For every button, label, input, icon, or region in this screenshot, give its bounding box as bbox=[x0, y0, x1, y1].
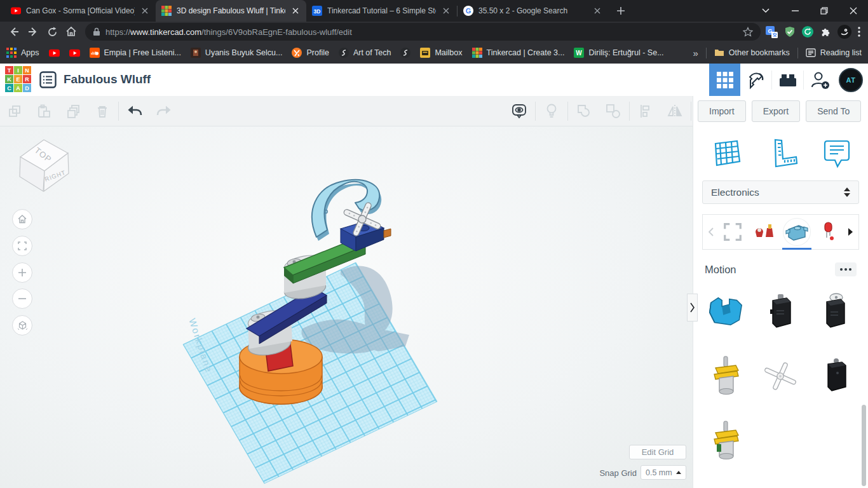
fit-view-button[interactable] bbox=[12, 236, 32, 256]
duplicate-button[interactable] bbox=[58, 96, 88, 126]
tab-close-icon[interactable] bbox=[441, 6, 451, 16]
brick-export-button[interactable] bbox=[772, 64, 803, 96]
tab-youtube[interactable]: Can Gox - Sorma [Official Video] bbox=[5, 0, 156, 22]
bookmark-uyanis[interactable]: Uyanis Buyuk Selcu... bbox=[191, 48, 283, 58]
bookmark-dirilis[interactable]: W Diriliş: Ertuğrul - Se... bbox=[574, 48, 663, 58]
maximize-button[interactable] bbox=[810, 0, 839, 22]
chrome-menu-icon[interactable] bbox=[858, 27, 860, 37]
home-button[interactable] bbox=[62, 23, 80, 41]
tab-close-icon[interactable] bbox=[140, 6, 150, 16]
viewport[interactable]: Workplane bbox=[0, 126, 693, 488]
category-components[interactable] bbox=[749, 214, 780, 250]
puzzle-extensions-icon[interactable] bbox=[820, 26, 831, 37]
tab-tutorial[interactable]: 3D Tinkercad Tutorial – 6 Simple Ste bbox=[306, 0, 457, 22]
part-micro-servo-horn[interactable] bbox=[813, 284, 858, 339]
bookmark-mailbox[interactable]: Mailbox bbox=[420, 48, 462, 58]
import-button[interactable]: Import bbox=[698, 100, 746, 122]
delete-button[interactable] bbox=[88, 96, 117, 126]
align-button[interactable] bbox=[631, 96, 660, 126]
show-all-button[interactable] bbox=[537, 96, 566, 126]
zoom-in-button[interactable] bbox=[12, 262, 32, 283]
bookmark-youtube-icon[interactable] bbox=[49, 48, 60, 58]
send-to-button[interactable]: Send To bbox=[806, 100, 861, 122]
panel-collapse-handle[interactable] bbox=[687, 294, 698, 322]
back-button[interactable] bbox=[5, 23, 23, 41]
url-text: https://www.tinkercad.com/things/6V9obRa… bbox=[105, 27, 738, 37]
part-gear-motor-2[interactable] bbox=[703, 414, 749, 468]
user-avatar[interactable]: AT bbox=[839, 68, 863, 92]
category-led[interactable] bbox=[813, 214, 844, 250]
bookmark-artoftech[interactable]: Art of Tech bbox=[339, 48, 391, 58]
view-cube[interactable]: TOP RIGHT bbox=[9, 132, 79, 195]
profile-avatar-icon[interactable] bbox=[837, 25, 851, 39]
tab-search-icon[interactable] bbox=[751, 0, 780, 22]
refresh-extension-icon[interactable] bbox=[802, 26, 813, 37]
tab-tinkercad-design[interactable]: 3D design Fabulous Wluff | Tinke bbox=[156, 0, 306, 22]
tab-close-icon[interactable] bbox=[290, 6, 301, 16]
divider bbox=[535, 102, 536, 121]
minimize-button[interactable] bbox=[780, 0, 810, 22]
bookmark-apps[interactable]: Apps bbox=[6, 48, 39, 58]
bookmark-profile[interactable]: Profile bbox=[292, 48, 329, 58]
export-button[interactable]: Export bbox=[752, 100, 800, 122]
new-tab-button[interactable] bbox=[612, 2, 630, 20]
part-servo-horn-cross[interactable] bbox=[757, 349, 803, 403]
paste-button[interactable] bbox=[29, 96, 58, 126]
bookmark-tinkercad[interactable]: Tinkercad | Create 3... bbox=[472, 48, 565, 58]
adguard-extension-icon[interactable] bbox=[784, 26, 796, 37]
part-micro-servo[interactable] bbox=[757, 284, 803, 339]
undo-button[interactable] bbox=[120, 96, 149, 126]
bookmark-star-icon[interactable] bbox=[743, 27, 753, 37]
design-title[interactable]: Fabulous Wluff bbox=[64, 72, 151, 86]
bookmark-empia[interactable]: Empia | Free Listeni... bbox=[90, 48, 181, 58]
home-view-button[interactable] bbox=[12, 209, 32, 229]
tinkercad-logo[interactable]: TINKERCAD bbox=[5, 66, 31, 92]
group-button[interactable] bbox=[569, 96, 599, 126]
bookmarks-overflow-chevron[interactable]: » bbox=[693, 48, 698, 58]
reload-button[interactable] bbox=[43, 23, 61, 41]
section-menu-icon[interactable] bbox=[835, 262, 857, 276]
category-servo-selected[interactable] bbox=[781, 214, 813, 250]
category-all-parts[interactable] bbox=[717, 214, 749, 250]
show-hidden-objects-button[interactable] bbox=[505, 96, 534, 126]
translate-extension-icon[interactable]: G bbox=[766, 26, 778, 38]
invite-collaborator-button[interactable] bbox=[804, 64, 835, 96]
thumbnail-icon bbox=[191, 48, 201, 58]
edit-grid-button[interactable]: Edit Grid bbox=[629, 445, 686, 459]
bookmarks-right-group: » Other bookmarks Reading list bbox=[693, 48, 862, 58]
redo-button[interactable] bbox=[149, 96, 179, 126]
reading-list[interactable]: Reading list bbox=[806, 48, 862, 58]
scroll-right-icon[interactable] bbox=[844, 227, 856, 236]
design-menu-icon[interactable] bbox=[39, 71, 57, 88]
xampp-icon bbox=[292, 48, 302, 58]
part-gear-motor[interactable] bbox=[703, 349, 749, 403]
perspective-toggle-button[interactable] bbox=[12, 315, 32, 336]
parts-category-select[interactable]: Electronics bbox=[702, 180, 859, 204]
divider bbox=[797, 48, 798, 58]
bookmark-youtube-icon[interactable] bbox=[69, 48, 80, 58]
tab-google-search[interactable]: G 35.50 x 2 - Google Search bbox=[458, 0, 608, 22]
url-bar[interactable]: https://www.tinkercad.com/things/6V9obRa… bbox=[85, 23, 761, 41]
minecraft-pickaxe-button[interactable] bbox=[740, 64, 771, 96]
zoom-out-button[interactable] bbox=[12, 288, 32, 309]
mirror-button[interactable] bbox=[660, 96, 689, 126]
blocks-view-button[interactable] bbox=[709, 64, 740, 96]
part-micro-servo-holder[interactable] bbox=[703, 284, 749, 339]
notes-tool-icon[interactable] bbox=[821, 137, 851, 169]
io-actions: Import Export Send To bbox=[693, 96, 868, 122]
forward-button[interactable] bbox=[24, 23, 42, 41]
other-bookmarks[interactable]: Other bookmarks bbox=[714, 48, 790, 58]
copy-button[interactable] bbox=[0, 96, 29, 126]
soundcloud-icon bbox=[90, 48, 100, 58]
workplane-tool-icon[interactable] bbox=[710, 137, 743, 169]
globe-dark-icon[interactable] bbox=[400, 48, 410, 58]
snap-grid-select[interactable]: 0.5 mm bbox=[641, 465, 686, 480]
close-window-button[interactable] bbox=[839, 0, 868, 22]
scroll-left-icon[interactable] bbox=[705, 227, 717, 236]
part-micro-servo-rear[interactable] bbox=[813, 349, 858, 403]
tab-close-icon[interactable] bbox=[592, 6, 602, 16]
ruler-tool-icon[interactable] bbox=[766, 137, 798, 169]
screen: Can Gox - Sorma [Official Video] 3D desi… bbox=[0, 0, 868, 488]
ungroup-button[interactable] bbox=[599, 96, 628, 126]
panel-scrollbar[interactable] bbox=[862, 405, 866, 486]
